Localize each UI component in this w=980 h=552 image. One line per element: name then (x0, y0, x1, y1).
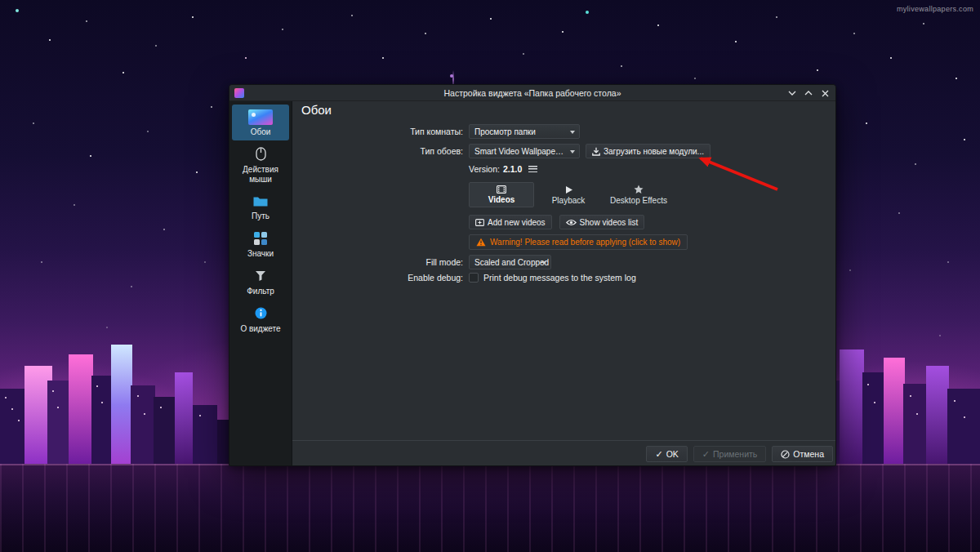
water-reflection (0, 464, 980, 552)
chevron-down-icon (570, 131, 575, 134)
sidebar-item-label: Действия мыши (234, 165, 287, 185)
folder-icon (253, 193, 268, 209)
sidebar-item-label: О виджете (240, 324, 280, 334)
watermark: mylivewallpapers.com (897, 5, 973, 13)
wallpaper-icon (248, 109, 273, 125)
eye-icon (566, 219, 577, 226)
wallpaper-type-label: Тип обоев: (229, 146, 469, 156)
page-title: Обои (301, 103, 332, 117)
cancel-icon (781, 450, 790, 459)
warning-icon (476, 238, 486, 247)
footer-separator (292, 440, 835, 441)
wallpaper-type-select[interactable]: Smart Video Wallpaper Reborn (469, 144, 580, 158)
version-label: Version: (469, 164, 500, 174)
ok-button[interactable]: ✓ OK (646, 446, 687, 462)
window-icon (234, 88, 244, 98)
titlebar[interactable]: Настройка виджета «Папка рабочего стола» (229, 85, 835, 101)
warning-text: Warning! Please read before applying (cl… (490, 238, 680, 247)
room-type-select[interactable]: Просмотр папки (469, 124, 580, 139)
info-icon (255, 305, 267, 322)
chevron-down-icon (570, 150, 575, 154)
sidebar-item-about[interactable]: О виджете (232, 301, 289, 337)
wallpaper-type-value: Smart Video Wallpaper Reborn (474, 147, 566, 156)
tab-videos[interactable]: Videos (469, 182, 534, 207)
tab-label: Videos (488, 195, 515, 204)
annotation-arrow (678, 143, 792, 200)
tab-label: Desktop Effects (610, 196, 667, 205)
hamburger-menu-icon[interactable] (528, 166, 537, 172)
wallpaper-stars (0, 0, 2, 2)
sidebar-item-label: Путь (252, 211, 270, 221)
sidebar-item-label: Фильтр (247, 287, 274, 296)
room-type-label: Тип комнаты: (229, 127, 469, 136)
maximize-icon[interactable] (803, 87, 814, 99)
fill-mode-select[interactable]: Scaled and Cropped (469, 255, 551, 269)
star-icon (634, 185, 644, 194)
show-videos-list-button[interactable]: Show videos list (559, 215, 645, 229)
fill-mode-label: Fill mode: (229, 257, 469, 267)
cancel-button[interactable]: Отмена (772, 446, 833, 462)
close-icon[interactable] (819, 87, 831, 99)
minimize-icon[interactable] (786, 87, 798, 99)
add-new-videos-label: Add new videos (488, 218, 546, 227)
tab-desktop-effects[interactable]: Desktop Effects (603, 182, 675, 207)
icons-grid-icon (254, 230, 267, 247)
tab-playback[interactable]: Playback (534, 182, 603, 207)
enable-debug-label: Enable debug: (229, 273, 469, 283)
footer-buttons: ✓ OK ✓ Применить Отмена (646, 446, 833, 462)
apply-label: Применить (713, 449, 757, 459)
video-icon (497, 185, 506, 194)
add-new-videos-button[interactable]: Add new videos (469, 215, 552, 229)
check-icon: ✓ (655, 450, 662, 459)
tab-label: Playback (552, 196, 586, 205)
debug-checkbox-label: Print debug messages to the system log (483, 273, 636, 283)
room-type-value: Просмотр папки (474, 127, 536, 136)
window-title: Настройка виджета «Папка рабочего стола» (229, 88, 835, 98)
cancel-label: Отмена (793, 449, 824, 459)
warning-banner[interactable]: Warning! Please read before applying (cl… (469, 234, 688, 250)
apply-button[interactable]: ✓ Применить (693, 446, 766, 462)
play-icon (564, 185, 573, 194)
ok-label: OK (666, 449, 679, 459)
check-icon: ✓ (702, 450, 710, 459)
show-videos-list-label: Show videos list (580, 218, 639, 227)
debug-checkbox[interactable] (469, 273, 479, 283)
fill-mode-value: Scaled and Cropped (474, 258, 549, 267)
download-icon (592, 147, 600, 156)
sidebar-item-path[interactable]: Путь (232, 189, 289, 225)
desktop: mylivewallpapers.com Настройка виджета «… (0, 0, 980, 552)
chevron-down-icon (541, 261, 546, 265)
version-value: 2.1.0 (503, 164, 522, 174)
add-video-icon (475, 219, 484, 226)
settings-dialog: Настройка виджета «Папка рабочего стола»… (229, 84, 836, 466)
